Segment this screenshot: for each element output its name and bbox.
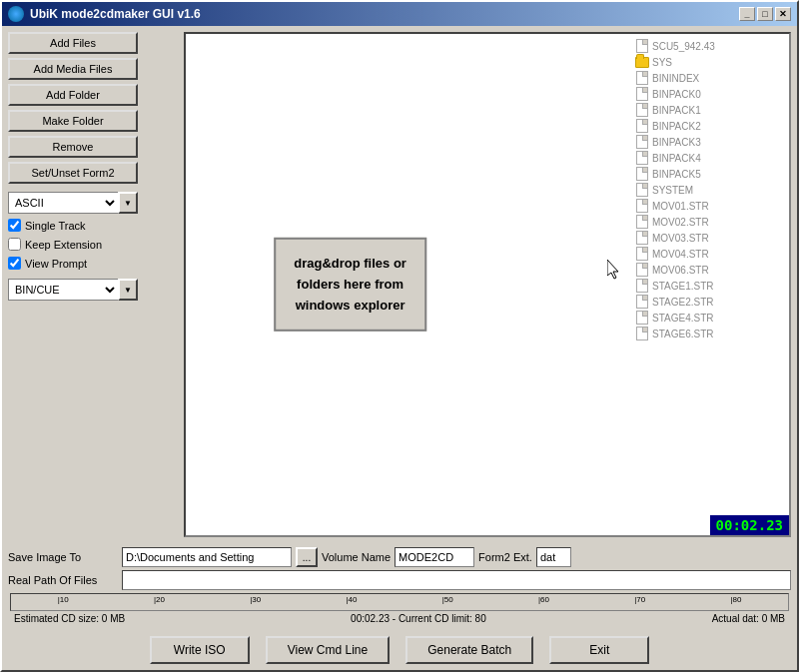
file-icon	[635, 231, 649, 245]
format-dropdown-arrow[interactable]: ▼	[118, 279, 138, 301]
file-icon	[635, 263, 649, 277]
main-content: Add Files Add Media Files Add Folder Mak…	[2, 26, 797, 543]
set-unset-form2-button[interactable]: Set/Unset Form2	[8, 162, 138, 184]
file-name: MOV04.STR	[652, 249, 709, 260]
view-cmd-line-button[interactable]: View Cmd Line	[266, 636, 390, 664]
title-bar-left: UbiK mode2cdmaker GUI v1.6	[8, 6, 201, 22]
main-window: UbiK mode2cdmaker GUI v1.6 _ □ ✕ Add Fil…	[0, 0, 799, 672]
list-item: STAGE2.STR	[629, 294, 789, 310]
add-files-button[interactable]: Add Files	[8, 32, 138, 54]
file-icon	[635, 327, 649, 340]
list-item: MOV01.STR	[629, 198, 789, 214]
file-icon	[635, 151, 649, 165]
view-prompt-row: View Prompt	[8, 256, 178, 271]
estimated-cd-size: Estimated CD size: 0 MB	[14, 613, 125, 624]
view-prompt-checkbox[interactable]	[8, 257, 21, 270]
maximize-button[interactable]: □	[757, 7, 773, 21]
add-media-files-button[interactable]: Add Media Files	[8, 58, 138, 80]
file-name: BINPACK4	[652, 153, 701, 164]
keep-extension-checkbox[interactable]	[8, 238, 21, 251]
title-buttons: _ □ ✕	[739, 7, 791, 21]
progress-area: |10 |20 |30 |40 |50 |60 |70 |80	[8, 593, 791, 611]
remove-button[interactable]: Remove	[8, 136, 138, 158]
file-icon	[635, 39, 649, 53]
file-icon	[635, 103, 649, 117]
browse-button[interactable]: ...	[296, 547, 318, 567]
real-path-input[interactable]	[122, 570, 791, 590]
encoding-select[interactable]: ASCII ISO9660 JOLIET	[8, 192, 118, 214]
title-bar: UbiK mode2cdmaker GUI v1.6 _ □ ✕	[2, 2, 797, 26]
folder-icon	[635, 55, 649, 69]
real-path-row: Real Path Of Files	[8, 570, 791, 590]
file-name: BININDEX	[652, 73, 699, 84]
list-item: BINPACK1	[629, 102, 789, 118]
format-select[interactable]: BIN/CUE ISO NRG	[8, 279, 118, 301]
form2-ext-label: Form2 Ext.	[478, 551, 532, 563]
bottom-buttons: Write ISO View Cmd Line Generate Batch E…	[2, 630, 797, 670]
current-cd-limit: 00:02.23 - Current CD limit: 80	[351, 613, 486, 624]
file-icon	[635, 199, 649, 213]
file-icon	[635, 119, 649, 133]
bottom-section: Save Image To ... Volume Name Form2 Ext.…	[2, 543, 797, 630]
encoding-dropdown-arrow[interactable]: ▼	[118, 192, 138, 214]
file-name: STAGE6.STR	[652, 329, 714, 339]
file-name: BINPACK1	[652, 105, 701, 116]
file-name: BINPACK2	[652, 121, 701, 132]
real-path-label: Real Path Of Files	[8, 574, 118, 586]
file-list: SCU5_942.43SYSBININDEXBINPACK0BINPACK1BI…	[629, 34, 789, 535]
file-icon	[635, 183, 649, 197]
file-icon	[635, 279, 649, 293]
save-image-row: Save Image To ... Volume Name Form2 Ext.	[8, 547, 791, 567]
minimize-button[interactable]: _	[739, 7, 755, 21]
file-name: BINPACK3	[652, 137, 701, 148]
file-icon	[635, 71, 649, 85]
single-track-row: Single Track	[8, 218, 178, 233]
save-path-input[interactable]	[122, 547, 292, 567]
file-icon	[635, 135, 649, 149]
file-name: SYS	[652, 57, 672, 68]
status-bar: Estimated CD size: 0 MB 00:02.23 - Curre…	[8, 611, 791, 626]
file-icon	[635, 87, 649, 101]
list-item: BINPACK3	[629, 134, 789, 150]
file-icon	[635, 295, 649, 309]
single-track-checkbox[interactable]	[8, 219, 21, 232]
list-item: MOV03.STR	[629, 230, 789, 246]
file-name: STAGE2.STR	[652, 297, 714, 308]
close-button[interactable]: ✕	[775, 7, 791, 21]
actual-size: Actual dat: 0 MB	[712, 613, 785, 624]
single-track-label: Single Track	[25, 220, 86, 232]
list-item: SYS	[629, 54, 789, 70]
view-prompt-label: View Prompt	[25, 258, 87, 270]
file-area[interactable]: drag&drop files orfolders here fromwindo…	[186, 34, 789, 535]
list-item: SCU5_942.43	[629, 38, 789, 54]
volume-name-input[interactable]	[395, 547, 474, 567]
svg-marker-0	[607, 260, 618, 279]
save-image-label: Save Image To	[8, 551, 118, 563]
file-icon	[635, 247, 649, 261]
progress-bar-container: |10 |20 |30 |40 |50 |60 |70 |80	[10, 593, 789, 611]
keep-extension-label: Keep Extension	[25, 239, 102, 251]
left-panel: Add Files Add Media Files Add Folder Mak…	[8, 32, 178, 537]
write-iso-button[interactable]: Write ISO	[150, 636, 250, 664]
list-item: STAGE4.STR	[629, 310, 789, 326]
list-item: BINPACK4	[629, 150, 789, 166]
list-item: BINPACK0	[629, 86, 789, 102]
list-item: MOV02.STR	[629, 214, 789, 230]
add-folder-button[interactable]: Add Folder	[8, 84, 138, 106]
file-name: STAGE4.STR	[652, 313, 714, 324]
window-title: UbiK mode2cdmaker GUI v1.6	[30, 7, 201, 21]
format-dropdown-row: BIN/CUE ISO NRG ▼	[8, 279, 138, 301]
list-item: STAGE1.STR	[629, 278, 789, 294]
right-panel: drag&drop files orfolders here fromwindo…	[184, 32, 791, 537]
volume-name-label: Volume Name	[322, 551, 391, 563]
make-folder-button[interactable]: Make Folder	[8, 110, 138, 132]
form2-ext-input[interactable]	[536, 547, 571, 567]
exit-button[interactable]: Exit	[549, 636, 649, 664]
file-name: STAGE1.STR	[652, 281, 714, 292]
cursor-icon	[607, 260, 621, 280]
list-item: SYSTEM	[629, 182, 789, 198]
file-icon	[635, 215, 649, 229]
generate-batch-button[interactable]: Generate Batch	[405, 636, 533, 664]
timer-display: 00:02.23	[710, 515, 789, 535]
file-name: SYSTEM	[652, 185, 693, 196]
